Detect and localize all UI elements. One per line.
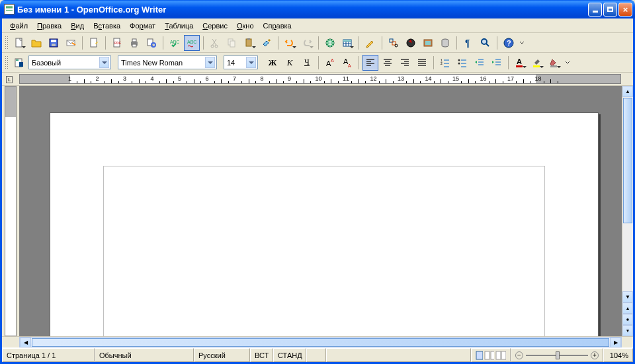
multi-page-icon[interactable]	[484, 351, 495, 360]
scroll-down-button[interactable]: ▼	[622, 291, 633, 303]
bold-button[interactable]: Ж	[265, 55, 280, 71]
align-justify-button[interactable]	[414, 55, 430, 71]
redo-button[interactable]	[299, 35, 315, 51]
status-page[interactable]: Страница 1 / 1	[2, 348, 95, 362]
menu-help[interactable]: Справка	[259, 20, 296, 31]
italic-button[interactable]: К	[282, 55, 298, 71]
format-paintbrush-button[interactable]	[259, 35, 275, 51]
pdf-button[interactable]: PDF	[109, 35, 125, 51]
autospell-button[interactable]: ABC	[184, 35, 200, 51]
nonprint-chars-button[interactable]: ¶	[460, 35, 476, 51]
highlight-button[interactable]	[529, 55, 545, 71]
underline-button[interactable]: Ч	[299, 55, 315, 71]
paragraph-style-combo[interactable]: Базовый	[28, 55, 111, 69]
status-view-layout[interactable]	[471, 348, 511, 362]
menu-table[interactable]: Таблица	[161, 20, 197, 31]
font-name-combo[interactable]: Times New Roman	[118, 55, 217, 69]
menu-view[interactable]: Вид	[67, 20, 88, 31]
zoom-button[interactable]	[478, 35, 493, 51]
status-sel-mode[interactable]: СТАНД	[273, 348, 306, 362]
vertical-scrollbar[interactable]: ▲ ▼ ▲ ● ▼	[622, 86, 633, 336]
print-button[interactable]	[126, 35, 142, 51]
document-canvas[interactable]	[19, 86, 622, 336]
numbered-list-button[interactable]: 12	[437, 55, 453, 71]
toolbar-overflow[interactable]	[518, 35, 526, 51]
open-button[interactable]	[28, 35, 44, 51]
status-insert-mode[interactable]: ВСТ	[250, 348, 273, 362]
scroll-thumb[interactable]	[623, 98, 632, 223]
help-button[interactable]: ?	[501, 35, 517, 51]
scroll-right-button[interactable]: ▶	[610, 338, 621, 347]
status-zoom-slider[interactable]: − +	[511, 348, 603, 362]
svg-point-26	[395, 44, 398, 47]
toolbar-grip[interactable]	[5, 55, 9, 70]
styles-button[interactable]	[11, 55, 27, 71]
table-button[interactable]	[339, 35, 355, 51]
toolbar-grip[interactable]	[5, 36, 9, 50]
status-style[interactable]: Обычный	[95, 348, 194, 362]
data-sources-button[interactable]	[437, 35, 453, 51]
menu-window[interactable]: Окно	[233, 20, 258, 31]
page[interactable]	[50, 112, 599, 336]
bullet-list-button[interactable]	[454, 55, 470, 71]
zoom-track[interactable]	[526, 355, 588, 356]
font-color-button[interactable]: A	[512, 55, 528, 71]
navigator-button[interactable]	[403, 35, 419, 51]
scroll-left-button[interactable]: ◀	[20, 338, 31, 347]
prev-page-button[interactable]: ▲	[622, 303, 633, 314]
minimize-button[interactable]	[588, 3, 602, 17]
cut-button[interactable]	[207, 35, 223, 51]
text-area[interactable]	[103, 166, 545, 336]
vertical-ruler[interactable]	[5, 86, 17, 336]
print-preview-button[interactable]	[144, 35, 159, 51]
horizontal-ruler[interactable]: [1,2,3,4,5,6,7,8,9,10,11,12,13,14,15,16,…	[19, 74, 621, 84]
find-button[interactable]	[386, 35, 402, 51]
menu-file[interactable]: Файл	[6, 20, 32, 31]
superscript-button[interactable]: AA	[322, 55, 338, 71]
zoom-in-icon[interactable]: +	[591, 351, 599, 359]
hscroll-thumb[interactable]	[32, 338, 609, 347]
align-right-button[interactable]	[397, 55, 413, 71]
menu-tools[interactable]: Сервис	[198, 20, 232, 31]
window-title: Без имени 1 - OpenOffice.org Writer	[17, 5, 166, 15]
undo-button[interactable]	[282, 35, 298, 51]
menu-insert[interactable]: Вставка	[89, 20, 124, 31]
font-size-combo[interactable]: 14	[224, 55, 258, 69]
spellcheck-button[interactable]: ABC	[167, 35, 183, 51]
status-lang[interactable]: Русский	[194, 348, 250, 362]
hyperlink-button[interactable]	[322, 35, 338, 51]
gallery-button[interactable]	[420, 35, 436, 51]
indent-decrease-button[interactable]	[472, 55, 487, 71]
save-button[interactable]	[46, 35, 62, 51]
close-button[interactable]: ×	[618, 3, 632, 17]
scroll-up-button[interactable]: ▲	[622, 86, 633, 97]
next-page-button[interactable]: ▼	[622, 325, 633, 336]
email-button[interactable]	[63, 35, 79, 51]
toolbar-overflow-2[interactable]	[564, 55, 572, 71]
align-left-button[interactable]	[362, 55, 378, 71]
paste-button[interactable]	[241, 35, 257, 51]
nav-target-button[interactable]: ●	[622, 314, 633, 325]
zoom-handle[interactable]	[556, 351, 560, 359]
subscript-button[interactable]: AA	[339, 55, 355, 71]
edit-doc-button[interactable]	[86, 35, 102, 51]
drawing-button[interactable]	[362, 35, 378, 51]
status-modified[interactable]	[326, 348, 471, 362]
menu-format[interactable]: Формат	[126, 20, 159, 31]
align-center-button[interactable]	[380, 55, 396, 71]
svg-rect-19	[246, 39, 251, 46]
menu-edit[interactable]: Правка	[33, 20, 65, 31]
bg-color-button[interactable]	[546, 55, 562, 71]
book-icon[interactable]	[495, 351, 506, 360]
status-zoom-value[interactable]: 104%	[603, 348, 633, 362]
new-button[interactable]	[11, 35, 27, 51]
ruler-corner[interactable]: L	[2, 73, 19, 86]
single-page-icon[interactable]	[476, 351, 483, 360]
zoom-out-icon[interactable]: −	[515, 351, 523, 359]
copy-button[interactable]	[224, 35, 240, 51]
horizontal-scrollbar[interactable]: ◀ ▶	[19, 337, 622, 347]
maximize-button[interactable]	[603, 3, 617, 17]
indent-increase-button[interactable]	[489, 55, 505, 71]
status-signature[interactable]	[306, 348, 326, 362]
svg-rect-2	[51, 40, 56, 42]
